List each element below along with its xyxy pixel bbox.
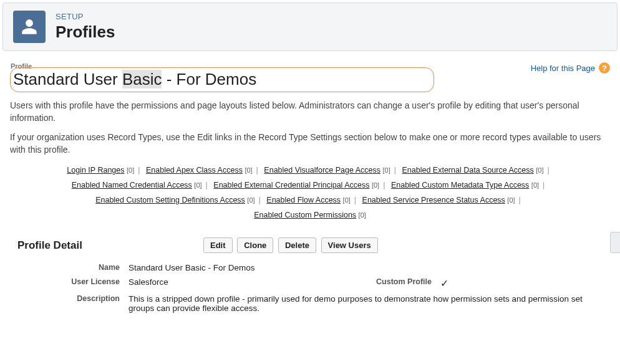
help-link-text: Help for this Page (531, 64, 595, 73)
detail-name-value: Standard User Basic - For Demos (128, 263, 610, 272)
side-panel-handle[interactable] (610, 232, 620, 253)
profile-description-2: If your organization uses Record Types, … (10, 132, 609, 156)
profile-name-box: Standard User Basic - For Demos (10, 67, 434, 92)
ql-vf[interactable]: Enabled Visualforce Page Access (264, 166, 380, 175)
ql-ext-data[interactable]: Enabled External Data Source Access (402, 166, 534, 175)
ql-login-ip[interactable]: Login IP Ranges (67, 166, 124, 175)
help-link[interactable]: Help for this Page ? (531, 62, 610, 74)
ql-flow[interactable]: Enabled Flow Access (266, 196, 341, 204)
detail-row-license: User License Salesforce Custom Profile ✓ (10, 275, 610, 292)
detail-license-label: User License (10, 277, 128, 289)
ql-ext-cred[interactable]: Enabled External Credential Principal Ac… (213, 181, 369, 189)
clone-button[interactable]: Clone (237, 237, 273, 253)
profile-detail-buttons: Edit Clone Delete View Users (203, 237, 380, 253)
profile-name: Standard User Basic - For Demos (13, 70, 256, 89)
header-eyebrow: SETUP (56, 12, 115, 21)
delete-button[interactable]: Delete (278, 237, 316, 253)
profile-description-1: Users with this profile have the permiss… (10, 100, 609, 124)
profile-detail-heading: Profile Detail (10, 239, 203, 252)
ql-service-presence[interactable]: Enabled Service Presence Status Access (362, 196, 505, 204)
detail-custom-label: Custom Profile (359, 277, 440, 289)
ql-custom-perm[interactable]: Enabled Custom Permissions (254, 211, 356, 219)
profiles-icon (13, 11, 46, 43)
quick-links: Login IP Ranges [0]| Enabled Apex Class … (10, 163, 610, 223)
ql-custom-meta[interactable]: Enabled Custom Metadata Type Access (391, 181, 529, 189)
detail-desc-label: Description (10, 294, 128, 313)
detail-desc-value: This is a stripped down profile - primar… (128, 294, 590, 313)
detail-license-value: Salesforce (128, 277, 359, 289)
detail-row-description: Description This is a stripped down prof… (10, 292, 610, 315)
detail-row-name: Name Standard User Basic - For Demos (10, 261, 610, 275)
header-title: Profiles (56, 22, 115, 42)
ql-custom-setting[interactable]: Enabled Custom Setting Definitions Acces… (95, 196, 245, 204)
detail-name-label: Name (10, 263, 128, 272)
detail-custom-value: ✓ (440, 277, 610, 289)
help-icon: ? (599, 62, 610, 74)
ql-named-cred[interactable]: Enabled Named Credential Access (72, 181, 192, 189)
view-users-button[interactable]: View Users (321, 237, 378, 253)
edit-button[interactable]: Edit (203, 237, 233, 253)
setup-header: SETUP Profiles (2, 2, 618, 51)
ql-apex[interactable]: Enabled Apex Class Access (146, 166, 243, 175)
